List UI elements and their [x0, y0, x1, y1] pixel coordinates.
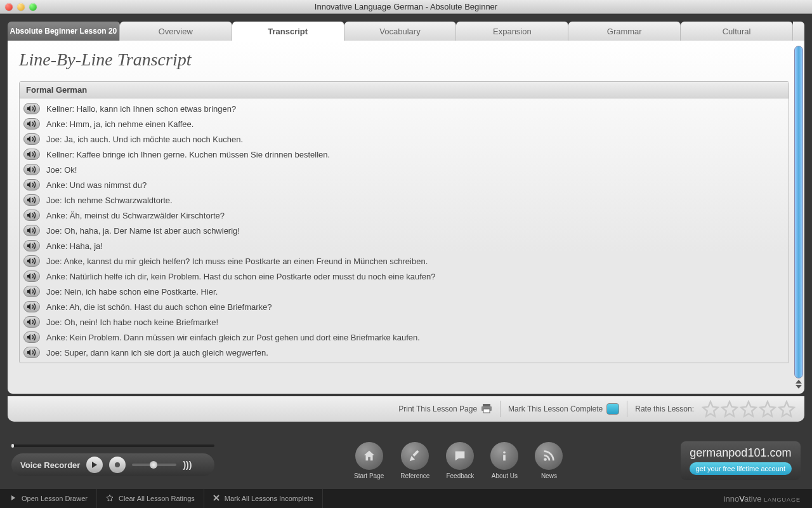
info-icon: [490, 442, 518, 470]
nav-start-page[interactable]: Start Page: [354, 442, 384, 479]
play-line-button[interactable]: [23, 118, 40, 130]
nav-news[interactable]: News: [535, 442, 563, 479]
star-icon[interactable]: [702, 400, 719, 418]
play-line-button[interactable]: [23, 179, 40, 190]
transcript-line: Anke: Natürlich helfe ich dir, kein Prob…: [22, 269, 789, 284]
star-outline-icon: [106, 494, 114, 503]
line-text: Anke: Äh, meinst du Schwarzwälder Kirsch…: [46, 211, 225, 220]
star-icon[interactable]: [778, 400, 796, 418]
transcript-line: Joe: Nein, ich habe schon eine Postkarte…: [22, 284, 789, 299]
rss-icon: [535, 442, 563, 470]
tab-grammar[interactable]: Grammar: [568, 22, 681, 41]
line-text: Anke: Ah, die ist schön. Hast du auch sc…: [46, 302, 272, 312]
checkbox-icon: [606, 403, 619, 415]
transcript-line: Kellner: Kaffee bringe ich Ihnen gerne. …: [22, 147, 789, 162]
scroll-up-icon[interactable]: [796, 380, 802, 384]
transcript-line: Anke: Hmm, ja, ich nehme einen Kaffee.: [22, 116, 789, 131]
rating-stars[interactable]: [702, 400, 796, 418]
vertical-scrollbar[interactable]: [793, 41, 804, 394]
transcript-line: Anke: Und was nimmst du?: [22, 177, 789, 192]
line-text: Joe: Ok!: [46, 165, 77, 175]
footer-label: Clear All Lesson Ratings: [119, 495, 195, 502]
play-line-button[interactable]: [23, 347, 40, 358]
play-line-button[interactable]: [23, 271, 40, 282]
transcript-line: Joe: Ja, ich auch. Und ich möchte auch n…: [22, 131, 789, 147]
lesson-indicator-tab[interactable]: Absolute Beginner Lesson 20: [8, 22, 120, 41]
line-text: Anke: Haha, ja!: [46, 241, 103, 251]
line-text: Anke: Und was nimmst du?: [46, 180, 147, 190]
nav-reference[interactable]: Reference: [400, 442, 429, 479]
mark-incomplete-button[interactable]: Mark All Lessons Incomplete: [204, 489, 323, 508]
svg-point-3: [115, 462, 120, 467]
mark-complete-button[interactable]: Mark This Lesson Complete: [508, 403, 619, 415]
drawer-icon: [9, 494, 16, 503]
playback-progress[interactable]: [11, 444, 214, 447]
brand-site: germanpod101.com: [690, 446, 792, 460]
tab-overview[interactable]: Overview: [120, 22, 232, 41]
line-text: Joe: Anke, kannst du mir gleich helfen? …: [46, 257, 428, 266]
tab-expansion[interactable]: Expansion: [456, 22, 568, 41]
zoom-button[interactable]: [29, 3, 37, 11]
scroll-down-icon[interactable]: [796, 385, 802, 389]
nav-label: News: [541, 472, 557, 479]
footer-logo: innoVative LANGUAGE: [724, 494, 812, 504]
play-line-button[interactable]: [23, 225, 40, 236]
svg-point-6: [544, 458, 547, 461]
nav-about[interactable]: About Us: [490, 442, 518, 479]
record-button[interactable]: [109, 457, 126, 473]
play-line-button[interactable]: [23, 149, 40, 160]
nav-feedback[interactable]: Feedback: [446, 442, 474, 479]
nav-links: Start Page Reference Feedback About Us N…: [354, 442, 563, 479]
tab-bar: Absolute Beginner Lesson 20 Overview Tra…: [8, 22, 804, 41]
close-button[interactable]: [5, 3, 13, 11]
play-line-button[interactable]: [23, 240, 40, 251]
transcript-line: Joe: Oh, haha, ja. Der Name ist aber auc…: [22, 223, 789, 238]
footer-bar: Open Lesson Drawer Clear All Lesson Rati…: [0, 489, 812, 508]
star-icon[interactable]: [721, 400, 738, 418]
minimize-button[interactable]: [17, 3, 25, 11]
nav-label: Feedback: [446, 472, 474, 479]
volume-slider[interactable]: [132, 464, 176, 466]
play-line-button[interactable]: [23, 331, 40, 343]
footer-label: Mark All Lessons Incomplete: [225, 495, 313, 502]
svg-rect-2: [483, 409, 490, 413]
cta-button[interactable]: get your free lifetime account: [690, 462, 792, 475]
rate-label: Rate this Lesson:: [635, 404, 694, 413]
tab-transcript[interactable]: Transcript: [232, 22, 344, 41]
star-icon[interactable]: [759, 400, 776, 418]
play-line-button[interactable]: [23, 103, 40, 114]
play-line-button[interactable]: [23, 194, 40, 206]
transcript-line: Joe: Ich nehme Schwarzwaldtorte.: [22, 192, 789, 208]
play-line-button[interactable]: [23, 133, 40, 145]
play-line-button[interactable]: [23, 164, 40, 175]
line-text: Joe: Ich nehme Schwarzwaldtorte.: [46, 196, 173, 205]
play-line-button[interactable]: [23, 286, 40, 297]
clear-ratings-button[interactable]: Clear All Lesson Ratings: [97, 489, 204, 508]
transcript-line: Anke: Kein Problem. Dann müssen wir einf…: [22, 330, 789, 345]
line-text: Joe: Oh, nein! Ich habe noch keine Brief…: [46, 318, 218, 327]
line-text: Anke: Natürlich helfe ich dir, kein Prob…: [46, 272, 436, 281]
nav-label: Reference: [400, 472, 429, 479]
transcript-line: Joe: Anke, kannst du mir gleich helfen? …: [22, 253, 789, 269]
pen-icon: [401, 442, 429, 470]
titlebar: Innovative Language German - Absolute Be…: [0, 0, 812, 14]
transcript-section: Formal German Kellner: Hallo, kann ich I…: [19, 81, 789, 363]
voice-recorder-label: Voice Recorder: [20, 460, 80, 470]
play-button[interactable]: [86, 457, 103, 473]
play-line-button[interactable]: [23, 210, 40, 221]
transcript-line: Joe: Super, dann kann ich sie dort ja au…: [22, 345, 789, 360]
brand-box: germanpod101.com get your free lifetime …: [681, 441, 801, 480]
print-lesson-button[interactable]: Print This Lesson Page: [398, 403, 492, 415]
tab-cultural[interactable]: Cultural: [681, 22, 793, 41]
open-lesson-drawer-button[interactable]: Open Lesson Drawer: [0, 489, 97, 508]
play-line-button[interactable]: [23, 316, 40, 328]
x-icon: [213, 495, 219, 502]
tab-vocabulary[interactable]: Vocabulary: [344, 22, 457, 41]
home-icon: [355, 442, 383, 470]
play-line-button[interactable]: [23, 301, 40, 312]
play-line-button[interactable]: [23, 255, 40, 267]
volume-icon: ))): [183, 460, 192, 470]
star-icon[interactable]: [740, 400, 757, 418]
transcript-line: Anke: Ah, die ist schön. Hast du auch sc…: [22, 299, 789, 314]
mark-complete-label: Mark This Lesson Complete: [508, 404, 603, 413]
